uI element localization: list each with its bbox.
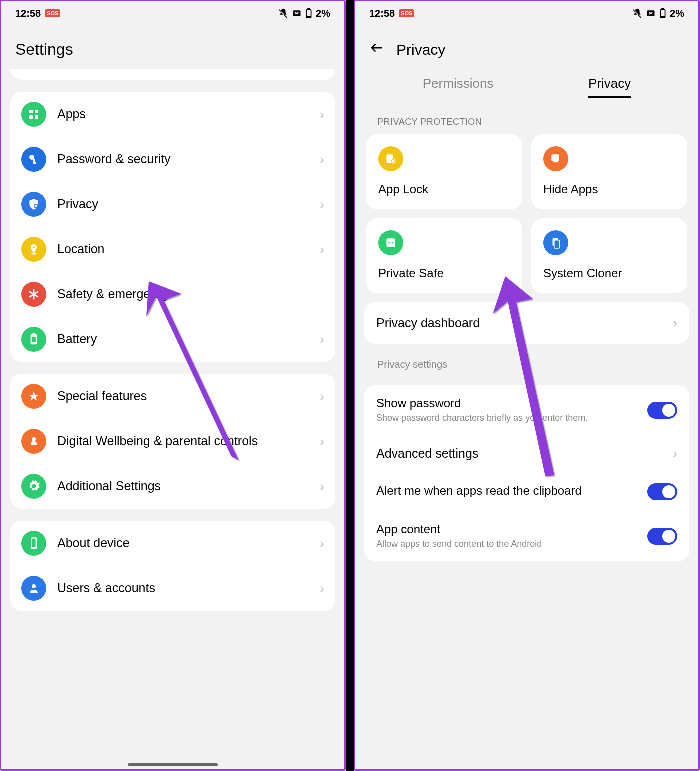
row-show-password[interactable]: Show password Show password characters b… (364, 386, 690, 435)
svg-rect-36 (554, 240, 560, 248)
svg-point-30 (554, 162, 556, 162)
chevron-right-icon: › (320, 197, 324, 212)
svg-point-21 (32, 584, 36, 588)
row-label: Password & security (58, 152, 309, 167)
row-special-features[interactable]: Special features › (10, 374, 336, 419)
tile-hide-apps[interactable]: Hide Apps (532, 134, 688, 210)
row-label: Battery (58, 332, 309, 347)
tab-permissions[interactable]: Permissions (423, 76, 494, 98)
row-about-device[interactable]: About device › (10, 521, 336, 566)
row-label: Privacy (58, 196, 309, 212)
chevron-right-icon: › (320, 152, 324, 168)
no-sim-icon (646, 8, 656, 18)
row-digital-wellbeing[interactable]: Digital Wellbeing & parental controls › (10, 419, 336, 464)
settings-scroll[interactable]: Apps › Password & security › Privacy › L… (2, 69, 344, 631)
row-privacy-dashboard[interactable]: Privacy dashboard › (364, 302, 690, 344)
clone-icon (544, 230, 568, 256)
tile-private-safe[interactable]: Private Safe (366, 218, 522, 294)
gear-icon (22, 474, 46, 499)
phone-settings: 12:58 SOS 2% Settings Apps › (0, 0, 346, 771)
label: Advanced settings (376, 446, 478, 461)
battery-icon (22, 327, 46, 352)
safe-icon (378, 230, 404, 256)
row-battery[interactable]: Battery › (10, 317, 336, 362)
settings-group-2: Special features › Digital Wellbeing & p… (10, 374, 336, 509)
section-privacy-settings: Privacy settings (364, 344, 690, 374)
back-button[interactable] (370, 40, 384, 59)
row-label: Safety & emergency (58, 286, 324, 302)
row-users-accounts[interactable]: Users & accounts › (10, 566, 336, 611)
chevron-right-icon: › (320, 242, 324, 258)
svg-rect-10 (33, 162, 36, 164)
hide-icon (544, 146, 568, 172)
svg-point-12 (35, 205, 38, 208)
row-apps[interactable]: Apps › (10, 92, 336, 137)
row-password-security[interactable]: Password & security › (10, 137, 336, 182)
home-indicator[interactable] (128, 764, 218, 766)
pin-icon (22, 237, 46, 262)
status-bar: 12:58 SOS 2% (2, 2, 344, 26)
heart-icon (22, 429, 46, 454)
status-time: 12:58 (16, 8, 41, 20)
svg-rect-2 (308, 8, 310, 10)
battery-percent: 2% (670, 8, 684, 20)
tile-app-lock[interactable]: App Lock (366, 134, 522, 210)
svg-rect-4 (30, 110, 33, 114)
image-divider (346, 0, 354, 771)
phone-privacy: 12:58 SOS 2% Privacy Permissions Privacy… (354, 0, 700, 771)
subtitle: Show password characters briefly as you … (376, 412, 638, 424)
row-additional-settings[interactable]: Additional Settings › (10, 464, 336, 509)
chevron-right-icon: › (320, 434, 324, 450)
svg-rect-6 (30, 116, 33, 119)
svg-rect-32 (386, 238, 395, 247)
toggle-on[interactable] (648, 402, 678, 419)
mute-icon (278, 8, 289, 19)
svg-rect-25 (661, 16, 664, 18)
row-label: Users & accounts (58, 580, 309, 596)
svg-rect-17 (32, 337, 36, 342)
svg-point-33 (388, 242, 390, 244)
row-safety-emergency[interactable]: Safety & emergency (10, 272, 336, 317)
mute-icon (632, 8, 643, 19)
svg-rect-5 (35, 110, 38, 114)
svg-rect-7 (35, 116, 38, 119)
tabs: Permissions Privacy (356, 64, 698, 98)
chevron-right-icon: › (320, 581, 324, 596)
card-partial-top (10, 69, 336, 80)
settings-group-3: About device › Users & accounts › (10, 521, 336, 611)
row-label: Special features (58, 388, 309, 404)
row-alert-clipboard[interactable]: Alert me when apps read the clipboard (364, 472, 690, 512)
asterisk-icon (22, 282, 46, 307)
page-title: Settings (2, 26, 344, 69)
tile-system-cloner[interactable]: System Cloner (532, 218, 688, 294)
row-label: Additional Settings (58, 478, 309, 494)
svg-rect-24 (662, 8, 664, 10)
row-label: About device (58, 536, 309, 551)
privacy-scroll[interactable]: PRIVACY PROTECTION App Lock Hide Apps Pr… (356, 98, 698, 582)
subtitle: Allow apps to send content to the Androi… (376, 538, 638, 550)
label: Privacy dashboard (376, 316, 480, 330)
protection-tiles: App Lock Hide Apps Private Safe System C… (364, 134, 690, 294)
svg-point-18 (32, 438, 36, 442)
row-privacy[interactable]: Privacy › (10, 182, 336, 227)
battery-percent: 2% (316, 8, 330, 20)
chevron-right-icon: › (673, 446, 678, 462)
svg-rect-20 (32, 539, 36, 548)
tile-label: System Cloner (544, 266, 676, 280)
row-advanced-settings[interactable]: Advanced settings › (364, 435, 690, 472)
tab-privacy[interactable]: Privacy (588, 76, 631, 98)
svg-point-34 (392, 242, 394, 244)
row-location[interactable]: Location › (10, 227, 336, 272)
applock-icon (378, 146, 404, 172)
title: App content (376, 522, 638, 536)
privacy-settings-card: Show password Show password characters b… (364, 386, 690, 562)
row-label: Apps (58, 106, 309, 122)
row-app-content[interactable]: App content Allow apps to send content t… (364, 512, 690, 561)
toggle-on[interactable] (648, 528, 678, 545)
tile-label: Hide Apps (544, 182, 676, 196)
svg-rect-3 (307, 16, 310, 18)
toggle-on[interactable] (648, 484, 678, 500)
tile-label: App Lock (378, 182, 510, 196)
key-icon (22, 147, 46, 172)
svg-point-14 (32, 254, 36, 255)
